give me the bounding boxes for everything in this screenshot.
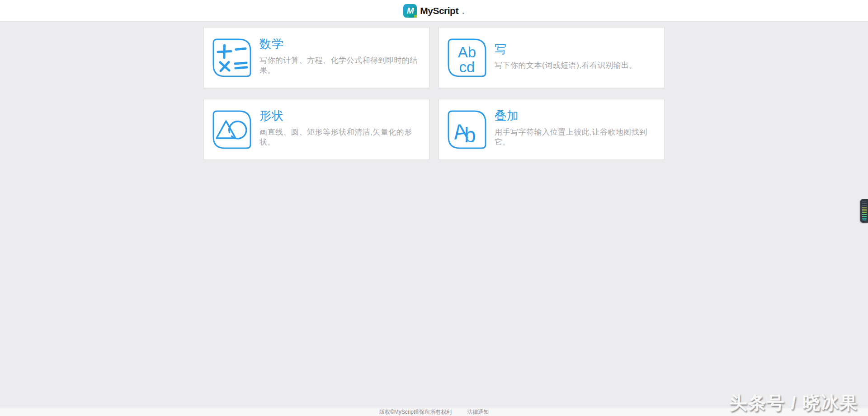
myscript-page: M MyScript. — [0, 0, 868, 416]
copyright-text: 版权©MyScript®保留所有权利 — [379, 408, 452, 416]
overlapping-letters-icon: A b — [447, 110, 487, 150]
card-math-description: 写你的计算、方程、化学公式和得到即时的结果。 — [259, 56, 422, 75]
card-shapes-body: 形状 画直线、圆、矩形等形状和清洁,矢量化的形状。 — [259, 109, 422, 149]
card-math-title-link[interactable]: 数学 — [259, 37, 284, 51]
card-overlay-body: 叠加 用手写字符输入位置上彼此,让谷歌地图找到它。 — [495, 109, 657, 149]
card-shapes-description: 画直线、圆、矩形等形状和清洁,矢量化的形状。 — [259, 127, 422, 147]
card-write-title-link[interactable]: 写 — [495, 43, 507, 56]
brand-name: MyScript — [420, 5, 458, 16]
myscript-logo[interactable]: M MyScript. — [403, 4, 465, 18]
overlay-icon-letter-b: b — [464, 123, 476, 147]
myscript-logo-icon: M — [403, 4, 417, 18]
main-content: 数学 写你的计算、方程、化学公式和得到即时的结果。 Ab cd 写 写下你的文本… — [0, 22, 868, 408]
card-shapes[interactable]: 形状 画直线、圆、矩形等形状和清洁,矢量化的形状。 — [203, 99, 429, 160]
feature-cards-grid: 数学 写你的计算、方程、化学公式和得到即时的结果。 Ab cd 写 写下你的文本… — [203, 27, 665, 160]
header: M MyScript. — [0, 0, 868, 22]
card-write[interactable]: Ab cd 写 写下你的文本(词或短语),看看识别输出。 — [439, 27, 665, 88]
card-write-body: 写 写下你的文本(词或短语),看看识别输出。 — [495, 43, 637, 73]
card-math[interactable]: 数学 写你的计算、方程、化学公式和得到即时的结果。 — [203, 27, 429, 88]
write-icon-line2: cd — [459, 59, 475, 75]
extension-edge-handle[interactable] — [860, 199, 868, 223]
card-overlay-title-link[interactable]: 叠加 — [495, 109, 519, 123]
logo-green-dot — [414, 15, 417, 18]
logo-letter: M — [407, 6, 414, 15]
write-icon-line1: Ab — [458, 44, 476, 61]
handwritten-letters-icon: Ab cd — [447, 38, 487, 78]
footer: 版权©MyScript®保留所有权利 法律通知 — [0, 408, 868, 416]
card-math-body: 数学 写你的计算、方程、化学公式和得到即时的结果。 — [259, 37, 422, 77]
extension-handle-stripes-icon — [862, 201, 867, 220]
card-overlay-description: 用手写字符输入位置上彼此,让谷歌地图找到它。 — [495, 127, 657, 147]
card-shapes-title-link[interactable]: 形状 — [259, 109, 284, 123]
triangle-circle-shapes-icon — [212, 110, 252, 150]
legal-notice-link[interactable]: 法律通知 — [467, 408, 489, 416]
card-overlay[interactable]: A b 叠加 用手写字符输入位置上彼此,让谷歌地图找到它。 — [439, 99, 665, 160]
brand-suffix: . — [462, 5, 465, 16]
math-operators-icon — [212, 38, 252, 78]
card-write-description: 写下你的文本(词或短语),看看识别输出。 — [495, 61, 637, 70]
